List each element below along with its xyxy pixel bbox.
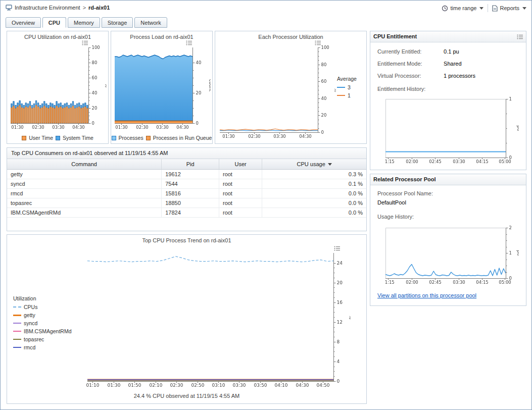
avg3-swatch-icon [337,87,345,88]
field-value: Shared [444,61,461,67]
cpu-entitlement-panel: CPU Entitlement Currently Entitled: 0.1 … [370,31,526,170]
process-trend-legend-title: Utilization [13,295,84,301]
reports-label: Reports [500,5,519,11]
processes-swatch-icon [112,136,116,140]
cell-pid: 18850 [162,198,219,208]
tab-memory[interactable]: Memory [68,17,100,28]
process-trend-panel: Top CPU Process Trend on rd-aix01 Utiliz… [7,234,367,404]
view-partitions-link[interactable]: View all partitions on this processor po… [377,292,476,298]
cell-pid: 17824 [162,208,219,217]
process-load-panel: Process Load on rd-aix01 Processes Proce… [111,31,213,144]
syncd-swatch-icon [13,323,21,324]
cpu-utilization-panel: CPU Utilization on rd-aix01 User Time Sy… [7,31,109,144]
user-time-swatch-icon [22,136,26,140]
process-load-legend: Processes Processes in Run Queue [111,135,212,141]
csmagent-legend-label: IBM.CSMAgentRMd [24,328,72,334]
cell-cpu-usage: 0.0 % [262,198,366,208]
field-virtual-processor: Virtual Processor: 1 processors [377,73,475,79]
cpu-utilization-legend: User Time System Time [7,135,108,141]
cell-cpu-usage: 0.0 % [262,208,366,217]
tab-storage[interactable]: Storage [102,17,133,28]
cell-cpu-usage: 0.0 % [262,188,366,198]
user-time-legend-label: User Time [29,135,53,141]
cpus-legend-label: CPUs [24,304,37,310]
cpu-entitlement-header: CPU Entitlement [370,31,526,42]
cpu-entitlement-menu-icon[interactable] [517,34,523,39]
table-row[interactable]: getty 19612 root 0.3 % [7,169,366,179]
related-processor-pool-header: Related Processor Pool [370,174,526,185]
table-row[interactable]: syncd 7544 root 0.1 % [7,179,366,188]
cell-command: getty [7,169,162,179]
app-window: Infrastructure Environment > rd-aix01 ti… [0,0,532,410]
cpu-utilization-title: CPU Utilization on rd-aix01 [7,34,108,40]
system-time-swatch-icon [56,136,60,140]
reports-icon [492,5,498,12]
related-processor-pool-title: Related Processor Pool [373,176,436,182]
field-value: 0.1 pu [444,48,459,55]
process-load-title: Process Load on rd-aix01 [111,34,212,40]
tab-network[interactable]: Network [134,17,167,28]
top-cpu-consumers-table: Command Pid User CPU usage getty 19612 r… [7,159,366,218]
cpu-entitlement-title: CPU Entitlement [373,33,417,39]
breadcrumb-current: rd-aix01 [88,5,110,11]
each-processor-panel: Each Processor Utilization Average 3 1 [215,31,367,144]
process-load-chart [113,42,211,132]
tab-cpu[interactable]: CPU [42,17,66,28]
cell-pid: 15816 [162,188,219,198]
time-range-control[interactable]: time range [442,5,483,12]
cell-user: root [219,208,262,217]
column-header-cpu-usage[interactable]: CPU usage [262,159,366,169]
tab-overview[interactable]: Overview [6,17,41,28]
cell-command: IBM.CSMAgentRMd [7,208,162,217]
cell-pid: 7544 [162,179,219,188]
process-trend-caption: 24.4 % CPU observed at 11/19/15 4:55 AM [7,393,366,399]
field-label: Entitlement Mode: [377,61,442,67]
column-header-command[interactable]: Command [7,159,162,169]
each-processor-title: Each Processor Utilization [215,34,366,40]
sort-desc-icon [328,163,332,166]
field-entitlement-mode: Entitlement Mode: Shared [377,61,462,67]
rmcd-legend-label: rmcd [24,344,35,350]
each-processor-chart [217,42,336,141]
pool-name-value: DefaultPool [377,199,406,206]
toolbar: time range Reports [442,4,526,12]
table-row[interactable]: rmcd 15816 root 0.0 % [7,188,366,198]
each-processor-legend: Average 3 1 [337,76,363,100]
cell-user: root [219,188,262,198]
toolbar-divider [488,4,488,12]
time-range-caret-icon [479,7,483,10]
process-trend-title: Top CPU Process Trend on rd-aix01 [7,237,366,243]
field-label: Virtual Processor: [377,73,442,79]
infrastructure-icon [6,5,12,11]
getty-swatch-icon [13,315,21,316]
getty-legend-label: getty [24,312,35,318]
top-cpu-consumers-panel: Top CPU Consumers on rd-aix01 observed a… [7,147,367,231]
column-header-user[interactable]: User [219,159,262,169]
avg1-legend-label: 1 [348,92,351,98]
reports-control[interactable]: Reports [492,5,526,12]
csmagent-swatch-icon [13,331,21,332]
avg3-legend-label: 3 [348,84,351,90]
breadcrumb-section[interactable]: Infrastructure Environment [15,5,80,11]
related-processor-pool-panel: Related Processor Pool Processor Pool Na… [370,174,526,306]
table-header-row: Command Pid User CPU usage [7,159,366,169]
tab-bar: Overview CPU Memory Storage Network [6,17,167,28]
time-range-label: time range [450,5,476,11]
each-processor-legend-title: Average [337,76,363,82]
time-range-icon [442,5,448,12]
entitlement-history-label: Entitlement History: [377,86,425,92]
field-value: 1 processors [444,73,475,79]
pool-name-label: Processor Pool Name: [377,190,433,196]
run-queue-legend-label: Processes in Run Queue [153,135,212,141]
column-header-pid[interactable]: Pid [162,159,219,169]
topasrec-legend-label: topasrec [24,336,44,342]
table-row[interactable]: IBM.CSMAgentRMd 17824 root 0.0 % [7,208,366,217]
table-row[interactable]: topasrec 18850 root 0.0 % [7,198,366,208]
reports-caret-icon [522,7,526,10]
cell-pid: 19612 [162,169,219,179]
pool-usage-chart [384,224,519,286]
topasrec-swatch-icon [13,339,21,340]
cell-command: topasrec [7,198,162,208]
usage-history-label: Usage History: [377,214,414,220]
run-queue-swatch-icon [146,136,151,140]
